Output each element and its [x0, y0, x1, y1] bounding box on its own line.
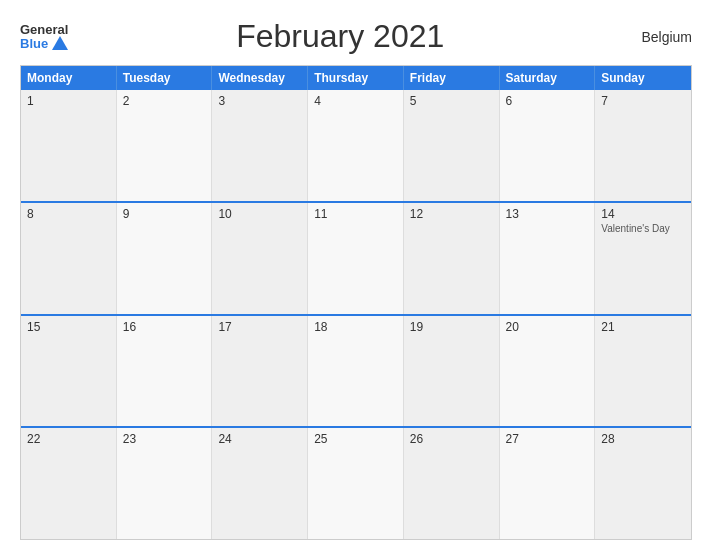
logo-general-text: General [20, 23, 68, 36]
logo-triangle-icon [52, 36, 68, 50]
calendar: Monday Tuesday Wednesday Thursday Friday… [20, 65, 692, 540]
day-headers-row: Monday Tuesday Wednesday Thursday Friday… [21, 66, 691, 90]
day-16: 16 [117, 316, 213, 427]
day-25: 25 [308, 428, 404, 539]
day-21: 21 [595, 316, 691, 427]
day-17: 17 [212, 316, 308, 427]
header-friday: Friday [404, 66, 500, 90]
week-2: 8 9 10 11 12 13 14 Valentine's Day [21, 201, 691, 314]
day-20: 20 [500, 316, 596, 427]
day-11: 11 [308, 203, 404, 314]
day-9: 9 [117, 203, 213, 314]
valentines-day-event: Valentine's Day [601, 223, 685, 234]
day-4: 4 [308, 90, 404, 201]
day-2: 2 [117, 90, 213, 201]
day-14: 14 Valentine's Day [595, 203, 691, 314]
day-26: 26 [404, 428, 500, 539]
day-7: 7 [595, 90, 691, 201]
day-13: 13 [500, 203, 596, 314]
logo-blue-text: Blue [20, 36, 68, 50]
calendar-title: February 2021 [68, 18, 612, 55]
day-5: 5 [404, 90, 500, 201]
header-wednesday: Wednesday [212, 66, 308, 90]
day-28: 28 [595, 428, 691, 539]
country-label: Belgium [612, 29, 692, 45]
week-3: 15 16 17 18 19 20 21 [21, 314, 691, 427]
day-23: 23 [117, 428, 213, 539]
day-12: 12 [404, 203, 500, 314]
header: General Blue February 2021 Belgium [20, 18, 692, 55]
day-6: 6 [500, 90, 596, 201]
weeks-container: 1 2 3 4 5 6 7 8 9 10 11 12 13 14 Valenti… [21, 90, 691, 539]
header-saturday: Saturday [500, 66, 596, 90]
week-4: 22 23 24 25 26 27 28 [21, 426, 691, 539]
header-thursday: Thursday [308, 66, 404, 90]
day-19: 19 [404, 316, 500, 427]
day-27: 27 [500, 428, 596, 539]
day-3: 3 [212, 90, 308, 201]
week-1: 1 2 3 4 5 6 7 [21, 90, 691, 201]
day-1: 1 [21, 90, 117, 201]
header-sunday: Sunday [595, 66, 691, 90]
day-10: 10 [212, 203, 308, 314]
day-15: 15 [21, 316, 117, 427]
header-tuesday: Tuesday [117, 66, 213, 90]
day-18: 18 [308, 316, 404, 427]
header-monday: Monday [21, 66, 117, 90]
day-24: 24 [212, 428, 308, 539]
day-22: 22 [21, 428, 117, 539]
logo-blue-label: Blue [20, 37, 48, 50]
day-8: 8 [21, 203, 117, 314]
logo: General Blue [20, 23, 68, 50]
page: General Blue February 2021 Belgium Monda… [0, 0, 712, 550]
